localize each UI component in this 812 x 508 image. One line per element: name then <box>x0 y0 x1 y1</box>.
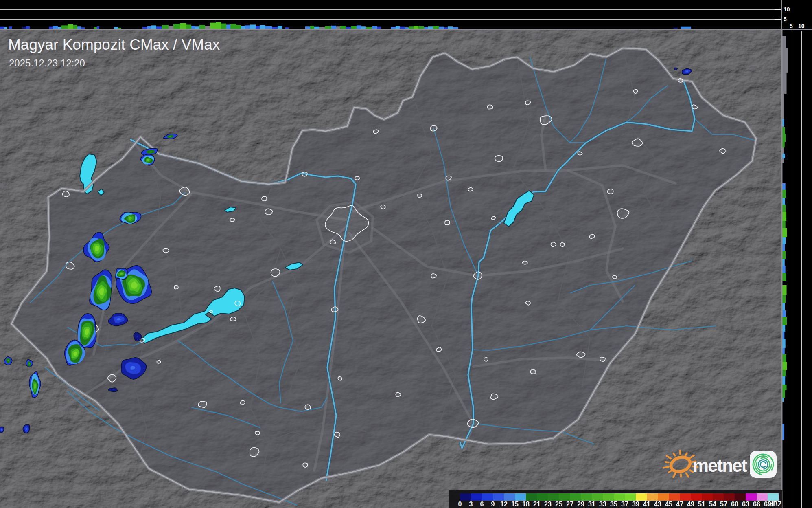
top-profile-bar <box>241 26 245 29</box>
scale-swatch <box>757 493 768 501</box>
right-profile-bar <box>782 48 788 73</box>
right-profile-bar <box>782 376 785 385</box>
top-profile-bar <box>405 27 409 29</box>
top-profile-bar <box>191 26 195 29</box>
right-profile-bar <box>782 212 786 221</box>
city-outline <box>418 194 422 197</box>
city-outline <box>577 352 585 357</box>
logo-text: metnet <box>693 455 748 475</box>
top-profile-bar <box>260 25 265 29</box>
scale-tick-label: 54 <box>709 501 716 508</box>
top-profile-bar <box>453 27 458 29</box>
top-profile-bar <box>400 27 405 29</box>
city-outline <box>305 405 311 409</box>
top-profile-bar <box>22 27 26 29</box>
top-profile-bar <box>366 27 372 29</box>
city-outline <box>255 431 260 435</box>
scale-tick-label: 63 <box>742 501 749 508</box>
scale-swatch <box>735 493 746 501</box>
timestamp: 2025.12.23 12:20 <box>9 57 85 68</box>
top-profile-bar <box>409 26 414 29</box>
top-profile-bar <box>9 26 12 29</box>
city-outline <box>331 307 338 312</box>
city-outline <box>157 361 160 363</box>
right-profile-bar <box>782 385 787 390</box>
top-profile-bar <box>377 27 381 29</box>
top-profile-bar <box>162 25 169 29</box>
scale-tick-label: 43 <box>654 501 661 508</box>
scale-swatch <box>460 493 471 501</box>
map-area <box>0 0 812 508</box>
scale-tick-label: 39 <box>632 501 639 508</box>
top-profile-bar <box>210 23 216 29</box>
top-profile-bar <box>361 26 366 29</box>
top-profile-bar <box>97 26 99 29</box>
top-profile-bar <box>49 27 53 29</box>
top-profile-bar <box>250 24 256 29</box>
scale-swatch <box>592 493 603 501</box>
top-profile-bar <box>4 27 7 29</box>
right-axis-tick-10: 10 <box>798 23 805 29</box>
top-profile-bar <box>428 26 433 29</box>
city-outline <box>589 234 595 238</box>
top-profile-bar <box>336 26 340 29</box>
scale-swatch <box>515 493 526 501</box>
right-profile-bar <box>782 36 786 48</box>
city-outline <box>230 218 234 222</box>
scale-tick-label: 60 <box>731 501 738 508</box>
scale-tick-label: 47 <box>676 501 683 508</box>
right-profile-bar <box>782 119 784 126</box>
scale-tick-label: 66 <box>753 501 760 508</box>
city-outline <box>230 317 236 321</box>
scale-swatch <box>636 493 647 501</box>
scale-swatch <box>581 493 592 501</box>
top-profile-bar <box>73 25 77 29</box>
right-profile-bar <box>782 134 786 142</box>
top-profile-strip <box>0 0 781 29</box>
top-profile-bar <box>414 26 418 29</box>
city-outline <box>265 209 272 215</box>
scale-tick-label: 29 <box>577 501 584 508</box>
top-profile-bar <box>147 26 151 29</box>
right-profile-bar <box>782 295 786 303</box>
right-profile-bar <box>782 303 785 310</box>
top-profile-bar <box>444 27 448 29</box>
scale-tick-label: 37 <box>621 501 628 508</box>
top-profile-bar <box>195 26 199 29</box>
right-axis-tick-5: 5 <box>790 23 793 29</box>
scale-swatch <box>471 493 482 501</box>
scale-tick-label: 15 <box>511 501 519 508</box>
city-outline <box>302 172 307 176</box>
right-profile-bar <box>782 154 785 158</box>
top-profile-bar <box>448 26 453 29</box>
city-outline <box>607 189 613 194</box>
scale-swatch <box>691 493 702 501</box>
right-profile-bar <box>782 424 784 440</box>
city-outline <box>262 196 267 201</box>
top-profile-bar <box>285 27 289 29</box>
top-profile-bar <box>186 24 191 29</box>
top-profile-bar <box>151 25 156 29</box>
city-outline <box>613 275 617 279</box>
right-profile-bar <box>782 362 787 370</box>
top-profile-bar <box>351 26 357 29</box>
scale-swatches <box>460 493 779 501</box>
right-profile-bar <box>782 190 786 198</box>
right-profile-bar <box>782 370 786 376</box>
scale-tick-label: 21 <box>533 501 541 508</box>
city-outline <box>495 156 503 162</box>
top-profile-bar <box>68 24 73 29</box>
top-profile-bar <box>346 27 351 29</box>
right-profile-bar <box>782 273 786 281</box>
scale-tick-label: 35 <box>610 501 617 508</box>
city-outline <box>303 463 307 467</box>
scale-swatch <box>603 493 614 501</box>
top-profile-bar <box>26 26 30 29</box>
city-outline <box>271 269 280 276</box>
right-profile-bar <box>782 148 784 152</box>
city-outline <box>634 89 638 93</box>
scale-swatch <box>702 493 713 501</box>
scale-tick-label: 33 <box>599 501 606 508</box>
city-outline <box>163 248 169 253</box>
top-profile-bar <box>433 26 439 29</box>
